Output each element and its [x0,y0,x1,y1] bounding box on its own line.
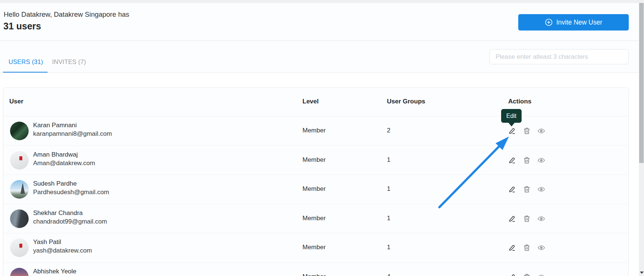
user-avatar [10,122,29,140]
user-name: Karan Pamnani [33,121,77,129]
view-eye-icon [537,273,545,276]
user-level: Member [302,244,326,251]
column-header-level: Level [302,98,318,105]
user-email: chandradot99@gmail.com [33,218,107,226]
column-header-user-groups: User Groups [387,98,425,105]
user-level: Member [302,215,326,222]
user-name: Shekhar Chandra [33,209,83,217]
user-name: Aman Bhardwaj [33,151,78,159]
user-avatar [10,268,29,276]
view-eye-icon [537,185,545,193]
user-level: Member [302,185,326,193]
user-avatar [10,209,29,228]
row-actions [508,244,545,252]
vertical-scrollbar[interactable] [639,0,644,276]
user-level: Member [302,127,326,134]
scrollbar-down-arrow-icon[interactable] [640,272,644,274]
table-row: Yash Patil yash@datakrew.com Member 1 [3,233,628,263]
column-header-actions: Actions [508,98,531,105]
delete-trash-icon [523,244,531,252]
users-table: User Level User Groups Actions Karan Pam… [3,87,629,276]
edit-button[interactable] [508,185,516,193]
table-header-row: User Level User Groups Actions [3,88,628,116]
edit-button[interactable] [508,244,516,252]
user-name: Abhishek Yeole [33,267,76,276]
top-strip [0,0,644,3]
row-actions [508,215,545,223]
page-header: Hello Datakrew, Datakrew Singapore has 3… [0,3,639,41]
table-row: Sudesh Pardhe Pardhesudesh@gmail.com Mem… [3,175,628,204]
delete-trash-icon [523,273,531,276]
view-eye-icon [537,127,545,135]
greeting-text: Hello Datakrew, Datakrew Singapore has [4,10,129,19]
delete-button[interactable] [523,244,531,252]
view-button[interactable] [537,127,545,135]
plus-circle-icon [545,18,553,26]
user-management-page: Hello Datakrew, Datakrew Singapore has 3… [0,0,644,276]
delete-trash-icon [523,215,531,223]
delete-button[interactable] [523,156,531,164]
row-actions [508,185,545,193]
delete-trash-icon [523,185,531,193]
edit-pencil-icon [508,185,516,193]
edit-pencil-icon [508,156,516,164]
user-groups-count: 1 [387,156,390,164]
invite-new-user-button[interactable]: Invite New User [518,14,629,31]
row-actions [508,273,545,276]
row-actions [508,156,545,164]
view-button[interactable] [537,273,545,276]
edit-button[interactable] [508,127,516,135]
tabs-divider [0,73,639,73]
user-groups-count: 1 [387,185,390,193]
invite-button-label: Invite New User [556,19,602,26]
user-email: Aman@datakrew.com [33,159,95,167]
user-groups-count: 2 [387,127,390,134]
user-avatar [10,180,29,199]
user-name: Yash Patil [33,238,61,246]
delete-trash-icon [523,127,531,135]
table-row: Abhishek Yeole Member 4 [3,263,628,276]
view-eye-icon [537,244,545,252]
view-eye-icon [537,156,545,164]
user-email: karanpamnani8@gmail.com [33,130,112,138]
table-row: Karan Pamnani karanpamnani8@gmail.com Me… [3,116,628,146]
view-button[interactable] [537,185,545,193]
edit-tooltip-tail [508,122,515,126]
user-email: yash@datakrew.com [33,247,92,255]
user-avatar [10,151,29,170]
view-button[interactable] [537,215,545,223]
delete-trash-icon [523,156,531,164]
user-email: Pardhesudesh@gmail.com [33,188,109,196]
delete-button[interactable] [523,273,531,276]
edit-button[interactable] [508,215,516,223]
delete-button[interactable] [523,127,531,135]
edit-button[interactable] [508,273,516,276]
view-eye-icon [537,215,545,223]
edit-pencil-icon [508,127,516,135]
row-actions [508,127,545,135]
edit-button[interactable] [508,156,516,164]
delete-button[interactable] [523,215,531,223]
user-groups-count: 1 [387,215,390,222]
user-level: Member [302,273,326,276]
search-input[interactable] [489,49,629,64]
user-avatar [10,238,29,257]
column-header-user: User [9,98,23,105]
scrollbar-thumb[interactable] [639,3,644,163]
view-button[interactable] [537,244,545,252]
edit-tooltip: Edit [501,109,522,123]
edit-pencil-icon [508,215,516,223]
user-level: Member [302,156,326,164]
edit-pencil-icon [508,244,516,252]
tabs-section: USERS (31) INVITES (7) [0,41,639,73]
delete-button[interactable] [523,185,531,193]
tab-invites[interactable]: INVITES (7) [52,58,86,65]
view-button[interactable] [537,156,545,164]
table-row: Shekhar Chandra chandradot99@gmail.com M… [3,204,628,234]
user-count-text: 31 users [3,21,41,32]
edit-pencil-icon [508,273,516,276]
tab-users[interactable]: USERS (31) [9,58,43,65]
edit-tooltip-label: Edit [506,113,517,119]
table-body: Karan Pamnani karanpamnani8@gmail.com Me… [3,116,628,276]
table-row: Aman Bhardwaj Aman@datakrew.com Member 1 [3,146,628,175]
